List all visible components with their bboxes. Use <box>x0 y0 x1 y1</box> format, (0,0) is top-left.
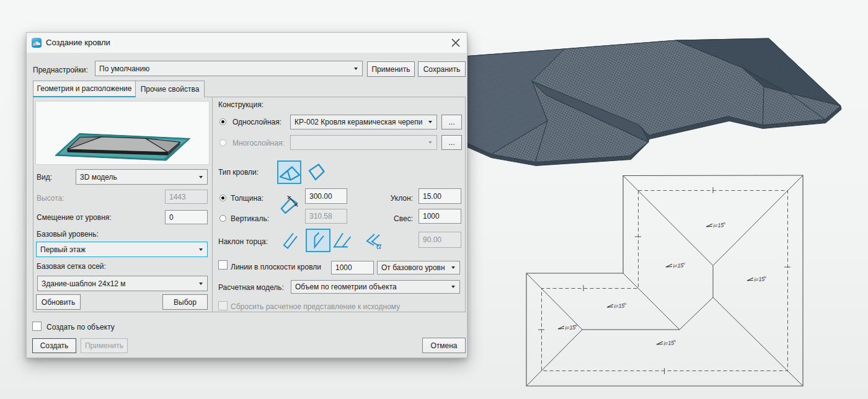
svg-text:α: α <box>376 241 382 251</box>
svg-text:o: o <box>683 261 686 265</box>
svg-text:o: o <box>624 302 627 305</box>
svg-text:i=15: i=15 <box>565 324 576 331</box>
svg-text:i=15: i=15 <box>673 262 684 269</box>
svg-text:i=15: i=15 <box>754 276 765 283</box>
svg-text:o: o <box>723 221 726 225</box>
svg-text:o: o <box>575 323 578 327</box>
svg-text:i=15: i=15 <box>614 302 625 309</box>
svg-text:o: o <box>764 275 767 279</box>
svg-text:o: o <box>673 339 676 343</box>
svg-text:i=15: i=15 <box>663 340 675 346</box>
svg-text:i=15: i=15 <box>713 222 724 229</box>
